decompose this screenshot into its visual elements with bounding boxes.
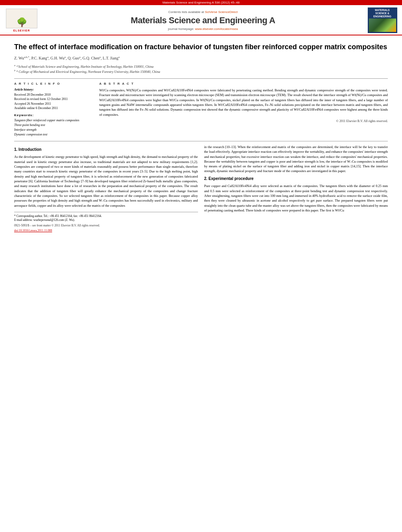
experimental-paragraph-1: Pure copper and Cu82Al10Fe4Ni4 alloy wer… [204, 184, 388, 213]
body-columns: 1. Introduction As the development of ki… [14, 145, 388, 233]
article-info-label: A R T I C L E I N F O [14, 82, 93, 85]
article-info-abstract: A R T I C L E I N F O Article history: R… [14, 82, 388, 137]
abstract-label: A B S T R A C T [99, 82, 388, 85]
elsevier-logo: 🌳 ELSEVIER [4, 7, 39, 33]
copyright: © 2011 Elsevier B.V. All rights reserved… [99, 119, 388, 123]
affiliations: a ᵃ School of Materials Science and Engi… [14, 64, 388, 74]
keyword-3: Interface strength [14, 128, 93, 132]
homepage-link[interactable]: www.elsevier.com/locate/msea [195, 27, 238, 31]
footnote-corresponding: * Corresponding author. Tel.: +86 451 86… [14, 214, 198, 219]
top-bar: Materials Science and Engineering A 536 … [0, 0, 402, 5]
intro-paragraph-2: in the research [10–13]. When the reinfo… [204, 145, 388, 174]
available-date: Available online 6 December 2011 [14, 106, 93, 110]
keywords-label: Keywords: [14, 113, 93, 117]
journal-center: Contents lists available at SciVerse Sci… [43, 7, 363, 33]
journal-logo-image [369, 19, 396, 32]
history-label: Article history: [14, 88, 93, 91]
journal-citation: Materials Science and Engineering A 536 … [163, 1, 240, 4]
elsevier-tree-icon: 🌳 [17, 18, 27, 27]
keyword-2: Three-point bending test [14, 123, 93, 128]
footnote-email: E-mail address: wuzhepersonal@126.com (Z… [14, 218, 198, 222]
revised-date: Received in revised form 12 October 2011 [14, 97, 93, 101]
keyword-4: Dynamic compression test [14, 132, 93, 137]
section2-heading: 2. Experimental procedure [204, 176, 388, 182]
received-date: Received 28 December 2010 [14, 93, 93, 97]
abstract-text: Wf/Cu composites, Wf(Ni)/Cu composites a… [99, 88, 388, 117]
journal-logo-box-right: MATERIALS SCIENCE & ENGINEERING [368, 7, 397, 33]
footnote-area: * Corresponding author. Tel.: +86 451 86… [14, 212, 198, 233]
article-history: Article history: Received 28 December 20… [14, 88, 93, 110]
journal-header: 🌳 ELSEVIER Contents lists available at S… [0, 5, 402, 35]
body-col-left: 1. Introduction As the development of ki… [14, 145, 198, 233]
body-col-right: in the research [10–13]. When the reinfo… [204, 145, 388, 233]
keyword-1: Tungsten fiber reinforced copper matrix … [14, 118, 93, 123]
authors: Z. Wua,b,*, P.C. Kanga, G.H. Wua, Q. Guo… [14, 56, 388, 60]
main-content: The effect of interface modification on … [0, 35, 402, 238]
accepted-date: Accepted 26 November 2011 [14, 102, 93, 106]
article-title: The effect of interface modification on … [14, 43, 388, 52]
journal-logo-right: MATERIALS SCIENCE & ENGINEERING [367, 7, 398, 33]
abstract-col: A B S T R A C T Wf/Cu composites, Wf(Ni)… [99, 82, 388, 137]
section1-heading: 1. Introduction [14, 147, 198, 153]
doi-line: doi:10.1016/j.msea.2011.11.088 [14, 229, 198, 233]
sciverse-link[interactable]: SciVerse ScienceDirect [205, 10, 237, 14]
divider-2 [14, 141, 388, 141]
elsevier-name: ELSEVIER [13, 29, 30, 32]
journal-title: Materials Science and Engineering A [131, 15, 275, 26]
elsevier-logo-box: 🌳 [6, 9, 37, 28]
divider-1 [14, 78, 388, 79]
intro-paragraph-1: As the development of kinetic energy pen… [14, 154, 198, 208]
keywords-section: Keywords: Tungsten fiber reinforced copp… [14, 113, 93, 137]
issn-line: 0921-5093/$ – see front matter © 2011 El… [14, 224, 198, 228]
sciverse-line: Contents lists available at SciVerse Sci… [168, 10, 237, 14]
article-info-col: A R T I C L E I N F O Article history: R… [14, 82, 93, 137]
journal-homepage: journal homepage: www.elsevier.com/locat… [168, 27, 238, 31]
journal-logo-text: MATERIALS SCIENCE & ENGINEERING [373, 9, 391, 18]
